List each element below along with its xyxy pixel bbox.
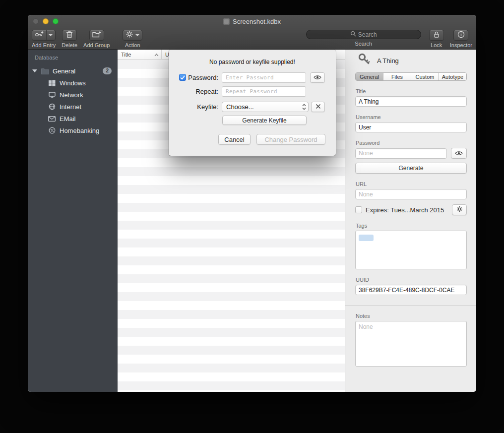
generate-password-button[interactable]: Generate xyxy=(355,163,467,174)
sidebar-item-label: EMail xyxy=(60,115,76,123)
repeat-password-input[interactable] xyxy=(222,86,306,97)
zoom-button[interactable] xyxy=(53,18,59,24)
add-entry-label: Add Entry xyxy=(32,42,56,48)
column-header-title[interactable]: Title xyxy=(118,52,161,58)
disclosure-triangle-icon[interactable] xyxy=(32,69,37,72)
url-field-label: URL xyxy=(356,181,467,187)
chevron-down-icon xyxy=(135,34,139,36)
column-title-label: Title xyxy=(121,52,131,58)
traffic-lights xyxy=(33,18,59,24)
tab-label: Autotype xyxy=(442,74,463,80)
lock-button[interactable]: Lock xyxy=(429,30,444,48)
tags-label: Tags xyxy=(356,223,467,229)
tab-label: Files xyxy=(391,74,403,80)
password-field[interactable] xyxy=(355,148,447,159)
lock-label: Lock xyxy=(431,42,442,48)
expires-checkbox[interactable] xyxy=(355,206,362,213)
change-password-dialog: No password or keyfile supplied! Passwor… xyxy=(169,50,336,156)
gear-icon xyxy=(456,206,463,214)
network-icon xyxy=(48,92,56,98)
sidebar-group-label: General xyxy=(53,67,75,75)
keyfile-select[interactable]: Choose... xyxy=(222,102,309,112)
globe-icon xyxy=(48,103,56,110)
keyfile-label: Keyfile: xyxy=(187,103,218,111)
window-title-area: Screenshot.kdbx xyxy=(223,18,281,25)
sidebar-item-internet[interactable]: Internet xyxy=(28,101,118,113)
reveal-password-button[interactable] xyxy=(451,148,467,159)
add-entry-dropdown[interactable] xyxy=(46,30,53,40)
sidebar-item-label: Windows xyxy=(60,79,86,87)
tab-custom[interactable]: Custom xyxy=(411,73,439,80)
toolbar: Add Entry Delete Add Group xyxy=(28,28,476,50)
minimize-button[interactable] xyxy=(43,18,49,24)
toolbar-right-group: Search Search Lock xyxy=(306,30,472,50)
up-down-chevrons-icon xyxy=(302,104,306,110)
chevron-down-icon xyxy=(49,34,53,36)
sidebar-section-header: Database xyxy=(35,55,118,61)
info-icon xyxy=(457,31,465,40)
keyfile-select-value: Choose... xyxy=(226,103,254,111)
entry-count-badge: 2 xyxy=(103,67,112,74)
percent-coin-icon xyxy=(48,127,56,134)
expires-options-button[interactable] xyxy=(452,204,467,215)
uuid-field[interactable] xyxy=(355,285,467,295)
sidebar-item-email[interactable]: EMail xyxy=(28,113,118,124)
gear-icon xyxy=(126,30,133,40)
sidebar-item-label: Homebanking xyxy=(60,127,99,134)
sidebar-item-homebanking[interactable]: Homebanking xyxy=(28,124,118,136)
search-input[interactable]: Search xyxy=(306,30,421,39)
folder-icon xyxy=(41,68,49,74)
clear-keyfile-button[interactable] xyxy=(311,102,325,112)
reveal-password-button[interactable] xyxy=(310,72,325,83)
repeat-label: Repeat: xyxy=(187,88,218,95)
delete-button[interactable]: Delete xyxy=(62,30,77,50)
tab-files[interactable]: Files xyxy=(383,73,411,80)
sidebar-group-general[interactable]: General 2 xyxy=(28,65,118,77)
tab-label: Custom xyxy=(416,74,435,80)
window-title: Screenshot.kdbx xyxy=(233,18,281,25)
add-group-button[interactable]: Add Group xyxy=(83,30,110,50)
tag-chip[interactable] xyxy=(359,235,374,241)
envelope-icon xyxy=(48,116,56,122)
action-label: Action xyxy=(125,42,140,48)
windows-icon xyxy=(48,80,56,86)
entry-title: A Thing xyxy=(377,57,399,64)
sidebar-item-network[interactable]: Network xyxy=(28,89,118,101)
search-tool: Search Search xyxy=(306,30,421,47)
inspector-button[interactable]: Inspector xyxy=(450,30,472,48)
change-password-button[interactable]: Change Password xyxy=(256,134,325,145)
username-field[interactable] xyxy=(355,122,467,132)
add-entry-button[interactable]: Add Entry xyxy=(32,30,56,50)
inspector-tabs: General Files Custom Autotype xyxy=(355,72,467,81)
password-field-label: Password xyxy=(356,140,467,146)
document-proxy-icon xyxy=(223,18,230,25)
sidebar: Database General 2 Windows Network xyxy=(28,50,118,392)
password-input[interactable] xyxy=(222,72,306,83)
url-field[interactable] xyxy=(355,189,467,199)
close-button[interactable] xyxy=(33,18,39,24)
add-entry-icon xyxy=(35,31,44,40)
action-button[interactable]: Action xyxy=(123,30,142,50)
title-field-label: Title xyxy=(356,88,467,94)
tab-general[interactable]: General xyxy=(356,73,383,80)
generate-keyfile-button[interactable]: Generate Keyfile xyxy=(222,116,307,125)
search-placeholder: Search xyxy=(358,31,377,38)
checkmark-icon xyxy=(180,73,185,82)
eye-icon xyxy=(314,74,321,81)
tags-box[interactable] xyxy=(355,231,467,269)
lock-icon xyxy=(433,31,440,40)
sidebar-item-windows[interactable]: Windows xyxy=(28,77,118,89)
password-checkbox[interactable] xyxy=(179,74,186,81)
delete-label: Delete xyxy=(62,42,77,48)
password-label: Password: xyxy=(187,74,218,81)
notes-field[interactable] xyxy=(355,321,467,367)
cancel-button[interactable]: Cancel xyxy=(218,134,251,145)
entry-header: A Thing xyxy=(355,50,467,65)
key-icon xyxy=(358,53,371,68)
window-header: Screenshot.kdbx Add Entry D xyxy=(28,15,476,50)
tab-autotype[interactable]: Autotype xyxy=(439,73,466,80)
inspector-panel: A Thing General Files Custom Autotype Ti… xyxy=(345,50,476,392)
x-icon xyxy=(315,103,321,111)
title-field[interactable] xyxy=(355,96,467,107)
titlebar[interactable]: Screenshot.kdbx xyxy=(28,15,476,28)
